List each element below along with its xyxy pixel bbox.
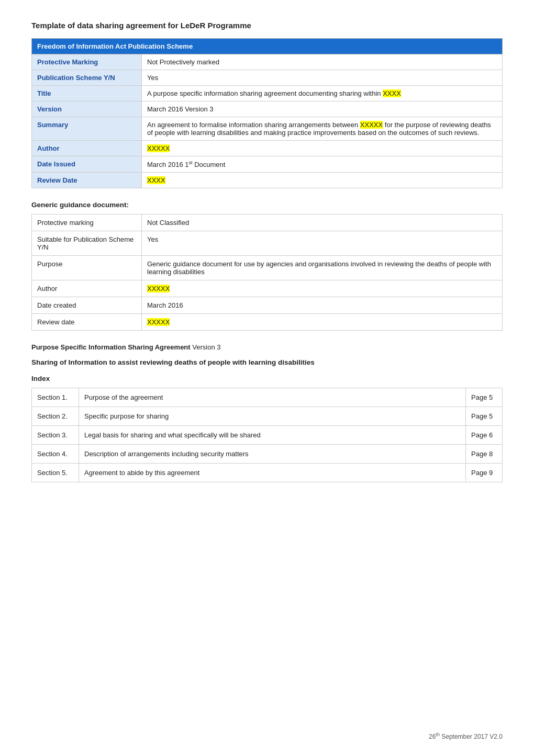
foi-value-cell: Yes [142, 70, 503, 86]
footer: 26th September 2017 V2.0 [429, 732, 503, 740]
foi-table: Freedom of Information Act Publication S… [31, 38, 503, 188]
page-title: Template of data sharing agreement for L… [31, 21, 503, 30]
generic-label-cell: Suitable for Publication Scheme Y/N [32, 231, 142, 256]
foi-value-cell: March 2016 1st Document [142, 156, 503, 173]
index-description-cell: Specific purpose for sharing [79, 407, 466, 426]
index-page-cell: Page 6 [466, 426, 503, 445]
index-section-cell: Section 2. [32, 407, 79, 426]
generic-value-cell: Yes [142, 231, 503, 256]
generic-label-cell: Author [32, 280, 142, 297]
foi-label-cell: Author [32, 141, 142, 156]
foi-value-cell: XXXXX [142, 141, 503, 156]
index-label: Index [31, 375, 503, 382]
foi-value-cell: Not Protectively marked [142, 54, 503, 70]
index-page-cell: Page 9 [466, 464, 503, 482]
generic-value-cell: XXXXX [142, 280, 503, 297]
foi-value-cell: A purpose specific information sharing a… [142, 86, 503, 101]
index-description-cell: Description of arrangements including se… [79, 445, 466, 464]
foi-label-cell: Publication Scheme Y/N [32, 70, 142, 86]
index-page-cell: Page 5 [466, 407, 503, 426]
generic-value-cell: March 2016 [142, 297, 503, 314]
index-page-cell: Page 5 [466, 388, 503, 407]
index-section-cell: Section 4. [32, 445, 79, 464]
generic-value-cell: XXXXX [142, 314, 503, 331]
index-section-cell: Section 5. [32, 464, 79, 482]
index-description-cell: Agreement to abide by this agreement [79, 464, 466, 482]
foi-label-cell: Protective Marking [32, 54, 142, 70]
generic-table: Protective markingNot ClassifiedSuitable… [31, 214, 503, 331]
generic-guidance-heading: Generic guidance document: [31, 201, 503, 209]
psa-version: Version 3 [191, 343, 221, 351]
index-section-cell: Section 1. [32, 388, 79, 407]
generic-label-cell: Purpose [32, 256, 142, 280]
index-page-cell: Page 8 [466, 445, 503, 464]
foi-label-cell: Summary [32, 117, 142, 141]
foi-label-cell: Review Date [32, 173, 142, 188]
generic-label-cell: Protective marking [32, 215, 142, 231]
foi-label-cell: Date Issued [32, 156, 142, 173]
foi-value-cell: An agreement to formalise information sh… [142, 117, 503, 141]
generic-label-cell: Review date [32, 314, 142, 331]
foi-value-cell: March 2016 Version 3 [142, 101, 503, 117]
index-table: Section 1.Purpose of the agreementPage 5… [31, 388, 503, 482]
index-description-cell: Purpose of the agreement [79, 388, 466, 407]
generic-value-cell: Generic guidance document for use by age… [142, 256, 503, 280]
index-section-cell: Section 3. [32, 426, 79, 445]
foi-label-cell: Version [32, 101, 142, 117]
psa-label: Purpose Specific Information Sharing Agr… [31, 343, 191, 351]
psa-section: Purpose Specific Information Sharing Agr… [31, 343, 503, 351]
foi-value-cell: XXXX [142, 173, 503, 188]
generic-label-cell: Date created [32, 297, 142, 314]
generic-value-cell: Not Classified [142, 215, 503, 231]
sharing-heading: Sharing of Information to assist reviewi… [31, 358, 503, 366]
foi-table-header: Freedom of Information Act Publication S… [32, 39, 503, 54]
foi-label-cell: Title [32, 86, 142, 101]
index-description-cell: Legal basis for sharing and what specifi… [79, 426, 466, 445]
